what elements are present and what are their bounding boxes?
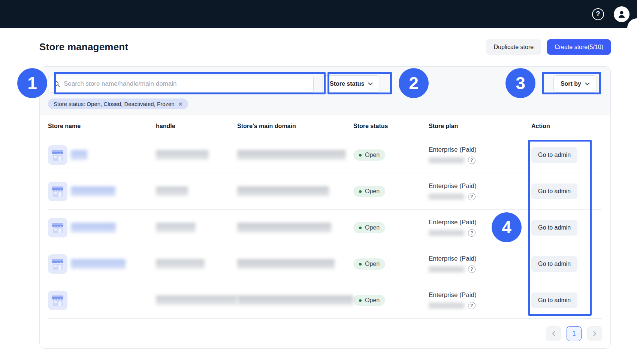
plan-help-icon[interactable]: ?: [468, 157, 476, 164]
plan-help-icon[interactable]: ?: [468, 229, 476, 237]
column-header-action: Action: [531, 123, 602, 130]
chip-close-icon[interactable]: ✕: [178, 101, 183, 107]
pagination: 1: [40, 319, 610, 341]
column-header-store-name: Store name: [48, 123, 156, 130]
go-to-admin-button[interactable]: Go to admin: [531, 147, 577, 163]
sort-by-dropdown[interactable]: Sort by: [553, 75, 597, 92]
status-badge: Open: [353, 258, 385, 270]
handle-redacted: [156, 186, 188, 196]
column-header-store-plan: Store plan: [429, 123, 531, 130]
table-row: Open Enterprise (Paid)? Go to admin: [48, 246, 602, 282]
status-dot-icon: [359, 299, 362, 302]
chevron-right-icon: [593, 331, 597, 336]
store-status-dropdown-label: Store status: [330, 81, 364, 87]
store-name-redacted: [71, 150, 87, 160]
help-icon[interactable]: ?: [592, 8, 604, 20]
chevron-left-icon: [552, 331, 555, 336]
column-header-main-domain: Store's main domain: [237, 123, 353, 130]
sort-by-dropdown-label: Sort by: [561, 81, 581, 87]
domain-redacted: [237, 150, 346, 160]
search-input[interactable]: [64, 80, 308, 88]
plan-help-icon[interactable]: ?: [468, 193, 476, 200]
store-plan-label: Enterprise (Paid): [429, 291, 531, 299]
store-plan-label: Enterprise (Paid): [429, 146, 531, 154]
storefront-icon: [48, 145, 67, 165]
status-badge: Open: [353, 295, 385, 306]
plan-date-redacted: [429, 230, 464, 236]
status-badge: Open: [353, 222, 385, 233]
create-store-button[interactable]: Create store(5/10): [547, 39, 611, 55]
pagination-next-button[interactable]: [587, 326, 602, 341]
domain-redacted: [237, 223, 331, 233]
store-management-card: Store status Sort by Store status: Open,…: [39, 66, 611, 349]
handle-redacted: [156, 150, 209, 160]
column-header-handle: handle: [156, 123, 237, 130]
table-row: Open Enterprise (Paid)? Go to admin: [48, 173, 602, 210]
status-badge: Open: [353, 149, 385, 161]
search-box[interactable]: [48, 76, 314, 92]
handle-redacted: [156, 259, 205, 269]
store-plan-label: Enterprise (Paid): [429, 219, 531, 226]
status-dot-icon: [359, 154, 362, 157]
go-to-admin-button[interactable]: Go to admin: [531, 292, 577, 308]
store-plan-label: Enterprise (Paid): [429, 255, 531, 263]
go-to-admin-button[interactable]: Go to admin: [531, 220, 577, 236]
storefront-icon: [48, 182, 67, 201]
table-header-row: Store name handle Store's main domain St…: [48, 115, 602, 137]
filters-section: Store status Sort by Store status: Open,…: [40, 67, 610, 115]
domain-redacted: [237, 295, 353, 305]
store-plan-label: Enterprise (Paid): [429, 182, 531, 190]
domain-redacted: [237, 186, 329, 196]
storefront-icon: [48, 254, 67, 274]
duplicate-store-button[interactable]: Duplicate store: [486, 39, 541, 55]
store-name-redacted: [71, 259, 126, 269]
storefront-icon: [48, 291, 67, 310]
pagination-page-1-button[interactable]: 1: [567, 326, 582, 341]
table-row: Open Enterprise (Paid)? Go to admin: [48, 210, 602, 246]
store-status-dropdown[interactable]: Store status: [323, 75, 380, 92]
plan-help-icon[interactable]: ?: [468, 302, 476, 309]
status-badge: Open: [353, 186, 385, 197]
page-title: Store management: [39, 41, 128, 53]
go-to-admin-button[interactable]: Go to admin: [531, 256, 577, 272]
table-row: Open Enterprise (Paid)? Go to admin: [48, 137, 602, 173]
status-dot-icon: [359, 227, 362, 229]
go-to-admin-button[interactable]: Go to admin: [531, 183, 577, 199]
plan-date-redacted: [429, 303, 464, 309]
status-dot-icon: [359, 190, 362, 193]
active-filter-chip-label: Store status: Open, Closed, Deactivated,…: [54, 101, 175, 107]
user-avatar[interactable]: [614, 6, 630, 22]
domain-redacted: [237, 259, 335, 269]
top-navigation-bar: ?: [0, 0, 637, 28]
chevron-down-icon: [585, 82, 590, 85]
header-actions: Duplicate store Create store(5/10): [486, 39, 611, 55]
plan-date-redacted: [429, 157, 464, 163]
handle-redacted: [156, 223, 196, 233]
stores-table: Store name handle Store's main domain St…: [40, 115, 610, 319]
status-dot-icon: [359, 263, 362, 266]
table-row: Open Enterprise (Paid)? Go to admin: [48, 282, 602, 319]
chevron-down-icon: [368, 82, 373, 85]
content-rounded-corner: [627, 18, 637, 28]
active-filter-chip[interactable]: Store status: Open, Closed, Deactivated,…: [48, 98, 188, 109]
plan-date-redacted: [429, 266, 464, 272]
person-icon: [617, 9, 627, 19]
storefront-icon: [48, 218, 67, 237]
plan-date-redacted: [429, 194, 464, 200]
search-icon: [54, 81, 60, 87]
plan-help-icon[interactable]: ?: [468, 266, 476, 273]
page-header: Store management Duplicate store Create …: [0, 28, 637, 55]
column-header-store-status: Store status: [353, 123, 429, 130]
pagination-prev-button[interactable]: [546, 326, 561, 341]
store-name-redacted: [71, 223, 116, 233]
handle-redacted: [156, 295, 237, 305]
store-name-redacted: [71, 186, 115, 196]
